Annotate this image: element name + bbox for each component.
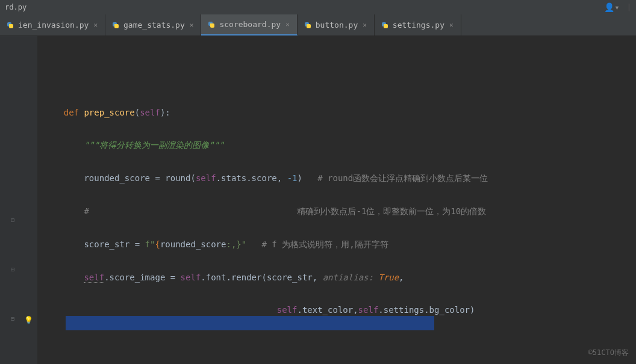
title-bar-right: 👤▾ | <box>604 2 631 12</box>
tab-label: scoreboard.py <box>219 20 281 29</box>
python-icon <box>6 21 14 29</box>
user-icon[interactable]: 👤▾ <box>604 2 619 12</box>
close-icon[interactable]: ✕ <box>284 20 291 28</box>
title-bar-divider: | <box>627 3 631 11</box>
python-icon <box>304 21 312 29</box>
fold-icon[interactable]: ⊟ <box>11 217 14 223</box>
python-icon <box>381 21 389 29</box>
close-icon[interactable]: ✕ <box>361 21 368 29</box>
code-area[interactable]: def prep_score(self): """将得分转换为一副渲染的图像""… <box>37 36 636 364</box>
close-icon[interactable]: ✕ <box>92 21 99 29</box>
code-text: def prep_score(self): """将得分转换为一副渲染的图像""… <box>43 88 636 364</box>
python-icon <box>207 20 216 29</box>
python-icon <box>111 21 120 29</box>
tab-game-stats[interactable]: game_stats.py ✕ <box>105 14 201 35</box>
tab-label: settings.py <box>393 20 444 29</box>
title-bar: rd.py 👤▾ | <box>0 0 636 14</box>
tab-label: ien_invasion.py <box>18 20 89 29</box>
tab-label: button.py <box>316 20 358 29</box>
tab-button[interactable]: button.py ✕ <box>298 14 375 35</box>
tab-alien-invasion[interactable]: ien_invasion.py ✕ <box>0 14 105 35</box>
close-icon[interactable]: ✕ <box>448 21 455 29</box>
editor[interactable]: ⊟ ⊟ ⊟ 💡 def prep_score(self): """将得分转换为一… <box>0 36 636 364</box>
close-icon[interactable]: ✕ <box>189 21 195 29</box>
fold-icon[interactable]: ⊟ <box>11 266 14 273</box>
tabs-bar: ien_invasion.py ✕ game_stats.py ✕ scoreb… <box>0 14 636 36</box>
file-path: rd.py <box>5 3 26 11</box>
tab-label: game_stats.py <box>123 20 185 29</box>
gutter: ⊟ ⊟ ⊟ 💡 <box>0 36 37 364</box>
fold-icon[interactable]: ⊟ <box>11 315 14 322</box>
tab-scoreboard[interactable]: scoreboard.py ✕ <box>201 14 297 35</box>
tab-settings[interactable]: settings.py ✕ <box>375 14 461 35</box>
bulb-icon[interactable]: 💡 <box>24 316 33 324</box>
